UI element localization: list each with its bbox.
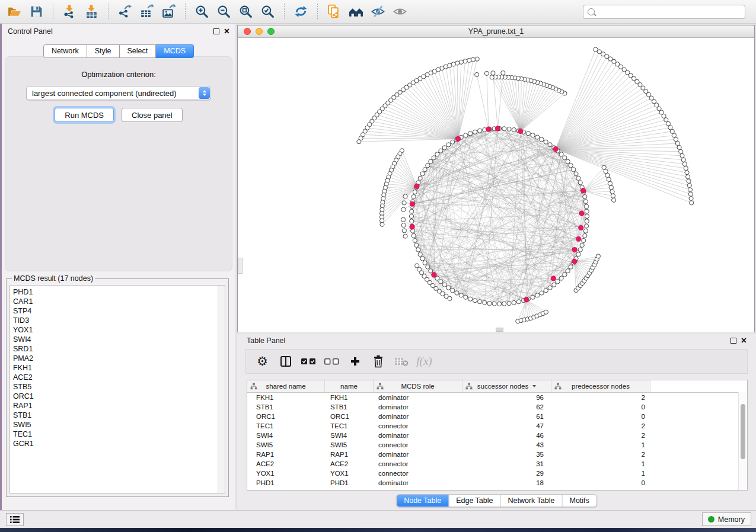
maximize-window-icon[interactable] xyxy=(267,28,275,35)
split-divider-handle[interactable] xyxy=(238,258,243,274)
list-item[interactable]: STB1 xyxy=(13,411,225,420)
column-type-icon xyxy=(377,383,384,390)
zoom-in-icon[interactable] xyxy=(193,2,211,21)
list-item[interactable]: TEC1 xyxy=(13,430,225,439)
column-header-successor-nodes[interactable]: successor nodes xyxy=(462,380,551,392)
save-session-icon[interactable] xyxy=(27,2,46,21)
minimize-window-icon[interactable] xyxy=(256,28,263,35)
column-type-icon xyxy=(554,383,562,390)
task-history-button[interactable] xyxy=(6,513,24,526)
toolbar-separator xyxy=(284,4,285,20)
export-image-icon[interactable] xyxy=(160,2,178,21)
table-cell: 1 xyxy=(551,470,650,477)
list-item[interactable]: ACE2 xyxy=(13,373,225,382)
select-all-icon[interactable] xyxy=(297,352,320,371)
first-neighbors-icon[interactable] xyxy=(347,2,365,21)
new-network-from-selection-icon[interactable] xyxy=(325,2,343,21)
float-panel-icon[interactable] xyxy=(213,28,219,34)
table-cell: FKH1 xyxy=(325,394,374,401)
memory-button[interactable]: Memory xyxy=(702,512,751,526)
float-panel-icon[interactable] xyxy=(731,338,736,344)
scrollbar-thumb[interactable] xyxy=(741,404,745,459)
column-header-mcds-role[interactable]: MCDS role xyxy=(374,380,462,392)
table-row[interactable]: SWI5SWI5connector431 xyxy=(247,440,747,450)
network-graph[interactable] xyxy=(238,38,754,332)
list-item[interactable]: PHD1 xyxy=(13,287,225,297)
list-scrollbar[interactable] xyxy=(218,286,225,493)
split-divider-handle[interactable] xyxy=(496,328,503,332)
import-network-icon[interactable] xyxy=(60,2,79,21)
column-settings-icon[interactable]: ⚙ xyxy=(251,352,274,371)
list-item[interactable]: RAP1 xyxy=(13,401,225,411)
list-item[interactable]: STP4 xyxy=(13,306,225,316)
refresh-icon[interactable] xyxy=(292,2,310,21)
zoom-out-icon[interactable] xyxy=(215,2,233,21)
table-cell: connector xyxy=(374,460,462,467)
tab-select[interactable]: Select xyxy=(120,44,157,58)
zoom-selected-icon[interactable] xyxy=(259,2,277,21)
open-file-icon[interactable] xyxy=(5,2,24,21)
list-item[interactable]: SWI5 xyxy=(13,420,225,430)
import-table-icon[interactable] xyxy=(82,2,101,21)
tab-motifs[interactable]: Motifs xyxy=(562,495,596,507)
close-window-icon[interactable] xyxy=(244,28,251,35)
table-row[interactable]: STB1STB1dominator620 xyxy=(247,402,747,412)
list-item[interactable]: CAR1 xyxy=(13,297,225,306)
list-item[interactable]: STB5 xyxy=(13,382,225,392)
list-item[interactable]: GCR1 xyxy=(13,439,225,448)
tab-network[interactable]: Network xyxy=(43,44,87,58)
list-item[interactable]: TID3 xyxy=(13,316,225,325)
sort-indicator-icon xyxy=(532,385,536,387)
list-item[interactable]: FKH1 xyxy=(13,363,225,373)
column-header-shared-name[interactable]: shared name xyxy=(247,380,325,392)
table-cell: STB1 xyxy=(325,403,374,411)
deselect-all-icon[interactable] xyxy=(320,352,343,371)
search-box[interactable] xyxy=(583,5,745,19)
zoom-fit-icon[interactable] xyxy=(237,2,255,21)
mcds-result-title: MCDS result (17 nodes) xyxy=(12,274,95,283)
tab-node-table[interactable]: Node Table xyxy=(397,495,448,507)
table-row[interactable]: FKH1FKH1dominator962 xyxy=(247,393,747,402)
close-panel-button[interactable]: Close panel xyxy=(122,108,183,122)
column-header-predecessor-nodes[interactable]: predecessor nodes xyxy=(551,380,650,392)
table-cell: 1 xyxy=(551,460,650,467)
table-row[interactable]: ORC1ORC1dominator610 xyxy=(247,412,747,421)
table-row[interactable]: PHD1PHD1dominator180 xyxy=(247,478,747,488)
list-item[interactable]: SWI4 xyxy=(13,335,225,344)
column-header-name[interactable]: name xyxy=(325,380,374,392)
close-panel-icon[interactable]: × xyxy=(224,28,229,35)
table-cell: SWI4 xyxy=(325,432,374,439)
table-scrollbar[interactable] xyxy=(738,392,747,490)
table-row[interactable]: TEC1TEC1connector472 xyxy=(247,421,747,431)
export-network-icon[interactable] xyxy=(116,2,134,21)
table-row[interactable]: SWI4SWI4dominator462 xyxy=(247,431,747,440)
toolbar-separator xyxy=(317,4,318,20)
search-input[interactable] xyxy=(598,7,741,17)
table-cell: dominator xyxy=(374,403,462,411)
tab-style[interactable]: Style xyxy=(87,44,120,58)
list-item[interactable]: ORC1 xyxy=(13,392,225,401)
table-row[interactable]: YOX1YOX1connector291 xyxy=(247,469,747,478)
add-column-icon[interactable] xyxy=(343,352,366,371)
table-row[interactable]: RAP1RAP1dominator352 xyxy=(247,450,747,459)
memory-status-icon xyxy=(708,516,714,523)
tab-edge-table[interactable]: Edge Table xyxy=(448,495,500,507)
export-table-icon[interactable] xyxy=(138,2,156,21)
hide-selected-icon[interactable] xyxy=(369,2,387,21)
criterion-dropdown[interactable]: largest connected component (undirected) xyxy=(26,86,211,100)
list-item[interactable]: YOX1 xyxy=(13,325,225,335)
run-mcds-button[interactable]: Run MCDS xyxy=(55,108,114,122)
delete-column-icon[interactable] xyxy=(366,352,390,371)
table-cell: 2 xyxy=(551,451,650,458)
tab-mcds[interactable]: MCDS xyxy=(156,44,194,58)
tab-network-table[interactable]: Network Table xyxy=(500,495,562,507)
list-item[interactable]: SRD1 xyxy=(13,344,225,354)
table-cell: 1 xyxy=(551,441,650,448)
show-hide-columns-icon[interactable] xyxy=(274,352,297,371)
table-row[interactable]: ACE2ACE2connector311 xyxy=(247,459,747,469)
table-panel-title: Table Panel xyxy=(247,336,285,345)
table-cell: dominator xyxy=(374,432,462,439)
close-panel-icon[interactable]: × xyxy=(741,337,747,344)
list-item[interactable]: PMA2 xyxy=(13,354,225,363)
network-canvas[interactable] xyxy=(238,38,754,332)
